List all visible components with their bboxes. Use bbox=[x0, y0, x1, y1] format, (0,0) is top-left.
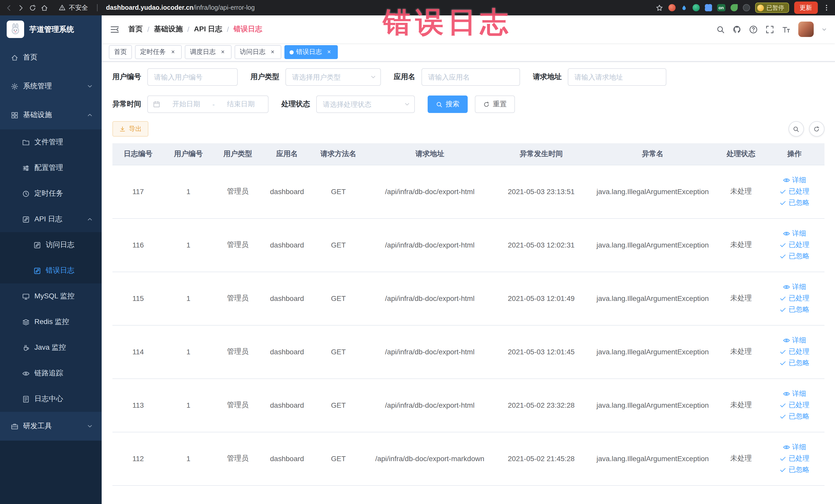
sidebar-item[interactable]: 配置管理 bbox=[0, 155, 102, 181]
reset-button[interactable]: 重置 bbox=[475, 96, 515, 113]
sidebar-item[interactable]: 日志中心 bbox=[0, 386, 102, 412]
extension-green-icon[interactable] bbox=[692, 4, 699, 11]
github-icon[interactable] bbox=[732, 25, 741, 34]
tab-close-icon[interactable]: × bbox=[325, 48, 333, 56]
browser-reload-icon[interactable] bbox=[29, 4, 37, 12]
sidebar-toggle-icon[interactable] bbox=[110, 24, 120, 34]
sidebar-item[interactable]: Java 监控 bbox=[0, 335, 102, 361]
sidebar-item[interactable]: 首页 bbox=[0, 43, 102, 72]
sidebar-item[interactable]: 访问日志 bbox=[0, 232, 102, 258]
processed-link[interactable]: 已处理 bbox=[779, 401, 809, 410]
process-status-select-input[interactable] bbox=[316, 96, 415, 113]
refresh-table-button[interactable] bbox=[809, 121, 824, 137]
sidebar-item[interactable]: 链路追踪 bbox=[0, 361, 102, 386]
tab-item[interactable]: 定时任务× bbox=[135, 45, 182, 59]
tags-view: 首页定时任务×调度日志×访问日志×错误日志× bbox=[102, 43, 835, 62]
tab-item[interactable]: 调度日志× bbox=[185, 45, 231, 59]
export-button[interactable]: 导出 bbox=[113, 121, 148, 137]
detail-link[interactable]: 详细 bbox=[783, 443, 806, 452]
sidebar-item[interactable]: MySQL 监控 bbox=[0, 283, 102, 309]
app-logo[interactable]: 芋道管理系统 bbox=[0, 15, 102, 43]
tab-item[interactable]: 首页 bbox=[109, 45, 132, 59]
cell-time: 2021-05-03 12:01:49 bbox=[494, 271, 588, 325]
sidebar-item[interactable]: 基础设施 bbox=[0, 101, 102, 129]
security-indicator[interactable]: 不安全 bbox=[59, 3, 88, 12]
detail-link[interactable]: 详细 bbox=[783, 176, 806, 185]
column-header: 处理状态 bbox=[717, 143, 765, 165]
sidebar-item[interactable]: API 日志 bbox=[0, 206, 102, 232]
processed-link[interactable]: 已处理 bbox=[779, 454, 809, 463]
ignored-link[interactable]: 已忽略 bbox=[779, 358, 809, 368]
search-button[interactable]: 搜索 bbox=[428, 96, 468, 113]
ignored-link[interactable]: 已忽略 bbox=[779, 251, 809, 261]
detail-link[interactable]: 详细 bbox=[783, 336, 806, 345]
breadcrumb-item[interactable]: 首页 bbox=[128, 25, 143, 34]
tab-close-icon[interactable]: × bbox=[219, 48, 226, 56]
cell-url: /api/infra/db-doc/export-html bbox=[365, 165, 494, 218]
address-bar[interactable]: dashboard.yudao.iocoder.cn/infra/log/api… bbox=[106, 4, 254, 11]
user-type-select-input[interactable] bbox=[285, 68, 381, 86]
ignored-link[interactable]: 已忽略 bbox=[779, 465, 809, 475]
extension-on-badge[interactable]: on bbox=[717, 4, 726, 12]
sidebar-item[interactable]: Redis 监控 bbox=[0, 309, 102, 335]
request-url-input[interactable] bbox=[568, 68, 666, 86]
breadcrumb-item[interactable]: 基础设施 bbox=[154, 25, 183, 34]
sidebar-item[interactable]: 定时任务 bbox=[0, 181, 102, 206]
user-type-select[interactable] bbox=[285, 68, 381, 86]
processed-link[interactable]: 已处理 bbox=[779, 240, 809, 249]
browser-home-icon[interactable] bbox=[41, 4, 48, 12]
sidebar-item[interactable]: 系统管理 bbox=[0, 72, 102, 101]
browser-back-icon[interactable] bbox=[5, 4, 13, 12]
bookmark-star-icon[interactable] bbox=[655, 4, 663, 12]
tab-label: 定时任务 bbox=[140, 48, 166, 57]
extension-grid-icon[interactable] bbox=[705, 4, 712, 11]
browser-menu-icon[interactable] bbox=[823, 4, 830, 11]
browser-forward-icon[interactable] bbox=[17, 4, 25, 12]
tab-close-icon[interactable]: × bbox=[169, 48, 177, 56]
ignored-link[interactable]: 已忽略 bbox=[779, 198, 809, 207]
tab-close-icon[interactable]: × bbox=[269, 48, 276, 56]
sidebar-item[interactable]: 错误日志 bbox=[0, 258, 102, 283]
browser-update-button[interactable]: 更新 bbox=[794, 2, 817, 14]
ignored-link[interactable]: 已忽略 bbox=[779, 305, 809, 314]
profile-paused-badge[interactable]: 已暂停 bbox=[755, 3, 789, 13]
navbar: 首页/基础设施/API 日志/错误日志 bbox=[102, 15, 835, 43]
user-type-label: 用户类型 bbox=[250, 73, 279, 82]
warning-icon bbox=[59, 4, 66, 11]
font-size-icon[interactable] bbox=[781, 25, 790, 34]
fullscreen-icon[interactable] bbox=[765, 25, 774, 34]
sidebar-item-label: 日志中心 bbox=[34, 395, 63, 404]
process-status-select[interactable] bbox=[316, 96, 415, 113]
app-name-input[interactable] bbox=[422, 68, 520, 86]
column-header: 日志编号 bbox=[113, 143, 164, 165]
help-icon[interactable] bbox=[749, 25, 757, 34]
extension-red-icon[interactable] bbox=[668, 4, 675, 11]
ignored-link[interactable]: 已忽略 bbox=[779, 412, 809, 421]
processed-link[interactable]: 已处理 bbox=[779, 294, 809, 303]
column-header: 用户编号 bbox=[164, 143, 213, 165]
briefcase-icon bbox=[11, 422, 19, 430]
exception-time-range-picker[interactable]: 开始日期 - 结束日期 bbox=[147, 96, 268, 113]
eye-icon bbox=[783, 390, 790, 398]
sidebar-item[interactable]: 研发工具 bbox=[0, 412, 102, 441]
user-menu-caret-icon[interactable] bbox=[821, 26, 827, 32]
detail-link[interactable]: 详细 bbox=[783, 282, 806, 292]
breadcrumb-item[interactable]: API 日志 bbox=[194, 25, 222, 34]
detail-link[interactable]: 详细 bbox=[783, 229, 806, 238]
sidebar-item[interactable]: 文件管理 bbox=[0, 129, 102, 155]
tab-item[interactable]: 错误日志× bbox=[284, 45, 338, 59]
extension-dark-icon[interactable] bbox=[743, 4, 750, 11]
tab-item[interactable]: 访问日志× bbox=[235, 45, 281, 59]
header-search-icon[interactable] bbox=[716, 25, 725, 34]
toggle-search-button[interactable] bbox=[788, 121, 804, 137]
cell-user_id: 1 bbox=[164, 432, 213, 485]
extension-leaf-icon[interactable] bbox=[731, 4, 738, 11]
detail-link[interactable]: 详细 bbox=[783, 389, 806, 399]
user-id-input[interactable] bbox=[147, 68, 238, 86]
avatar[interactable] bbox=[798, 22, 813, 37]
processed-link[interactable]: 已处理 bbox=[779, 187, 809, 196]
sidebar-filler bbox=[0, 441, 102, 504]
extension-drop-icon[interactable] bbox=[680, 4, 687, 11]
processed-link[interactable]: 已处理 bbox=[779, 347, 809, 356]
request-url-label: 请求地址 bbox=[533, 73, 562, 82]
